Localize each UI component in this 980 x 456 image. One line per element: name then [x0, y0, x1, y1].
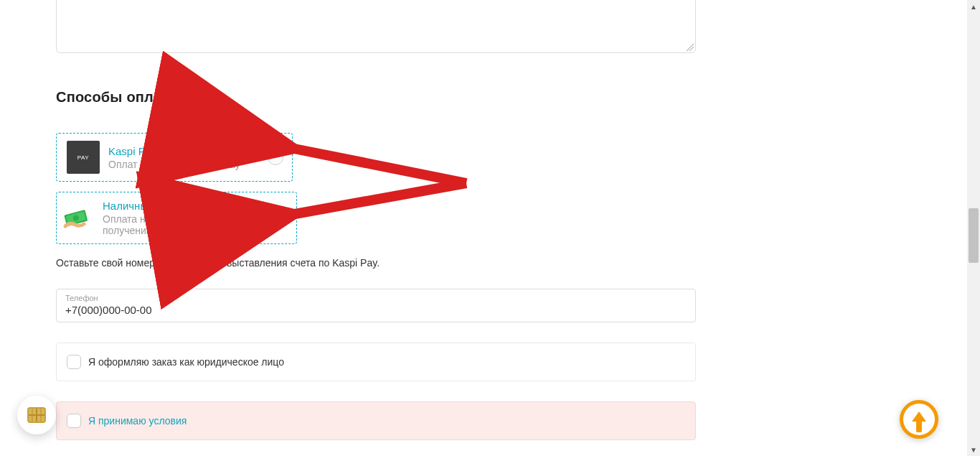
terms-checkbox-row[interactable]: Я принимаю условия: [56, 401, 696, 440]
vertical-scrollbar[interactable]: ▲ ▼: [967, 0, 980, 456]
scroll-to-top-button[interactable]: [900, 400, 938, 439]
arrow-up-icon: [912, 411, 926, 422]
comment-textarea[interactable]: [56, 0, 696, 53]
kaspi-phone-hint: Оставьте свой номер телефона для выставл…: [56, 257, 696, 269]
payment-option-subtitle: Оплат по системе Kaspi Pay: [108, 159, 259, 170]
legal-entity-checkbox-row[interactable]: Я оформляю заказ как юридическое лицо: [56, 343, 696, 381]
payment-options-list: PAY Kaspi Pay Оплат по системе Kaspi Pay: [56, 133, 293, 244]
kaspi-logo-icon: PAY: [67, 141, 100, 174]
phone-input[interactable]: Телефон +7(000)000-00-00: [56, 289, 696, 322]
payment-option-subtitle: Оплата наличными при получении товара: [103, 213, 263, 236]
payment-option-text: Наличными Оплата наличными при получении…: [103, 200, 263, 236]
payment-option-radio[interactable]: [268, 149, 283, 165]
scrollbar-thumb[interactable]: [969, 208, 979, 263]
payment-option-kaspi[interactable]: PAY Kaspi Pay Оплат по системе Kaspi Pay: [56, 133, 293, 182]
legal-entity-checkbox[interactable]: [67, 355, 81, 369]
phone-input-value: +7(000)000-00-00: [65, 304, 687, 316]
payment-option-radio[interactable]: [272, 210, 288, 226]
payment-methods-heading: Способы оплаты: [56, 89, 696, 106]
payment-option-title: Kaspi Pay: [108, 145, 259, 157]
terms-label[interactable]: Я принимаю условия: [88, 415, 187, 427]
payment-option-title: Наличными: [103, 200, 263, 212]
scrollbar-up-arrow[interactable]: ▲: [967, 0, 980, 13]
kaspi-logo-text: PAY: [77, 154, 89, 161]
phone-input-label: Телефон: [65, 294, 687, 302]
scrollbar-down-arrow[interactable]: ▼: [967, 443, 980, 456]
cookies-widget-button[interactable]: [17, 396, 56, 434]
legal-entity-label: Я оформляю заказ как юридическое лицо: [88, 356, 284, 368]
chip-icon: [27, 407, 46, 423]
payment-option-text: Kaspi Pay Оплат по системе Kaspi Pay: [108, 145, 259, 170]
arrow-up-stem: [916, 421, 922, 432]
payment-option-cash[interactable]: Наличными Оплата наличными при получении…: [56, 192, 297, 244]
terms-checkbox[interactable]: [67, 414, 81, 428]
cash-icon: [61, 202, 94, 235]
scrollbar-track[interactable]: [967, 13, 980, 443]
